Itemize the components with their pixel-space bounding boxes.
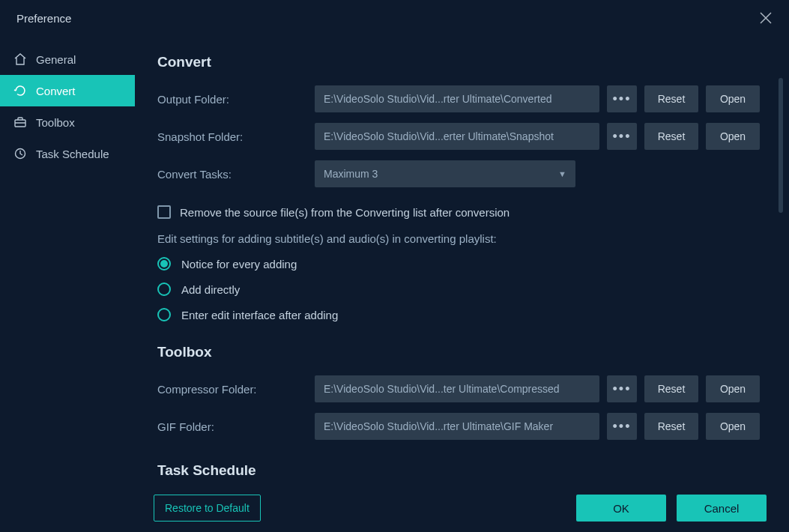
radio-icon: [157, 257, 171, 270]
ok-button[interactable]: OK: [576, 495, 666, 522]
convert-tasks-value: Maximum 3: [324, 168, 378, 180]
browse-compressor-button[interactable]: •••: [607, 375, 637, 402]
preference-window: Preference General Convert: [0, 0, 789, 532]
ellipsis-icon: •••: [613, 91, 632, 107]
home-icon: [13, 52, 27, 66]
remove-source-row[interactable]: Remove the source file(s) from the Conve…: [157, 205, 767, 219]
reset-output-button[interactable]: Reset: [644, 85, 698, 112]
body: General Convert Toolbox Task Schedule: [0, 36, 789, 532]
open-compressor-button[interactable]: Open: [706, 375, 760, 402]
open-output-button[interactable]: Open: [706, 85, 760, 112]
reset-gif-button[interactable]: Reset: [644, 413, 698, 440]
ellipsis-icon: •••: [613, 419, 632, 435]
radio-notice-every[interactable]: Notice for every adding: [157, 257, 767, 270]
titlebar: Preference: [0, 0, 789, 36]
footer: Restore to Default OK Cancel: [154, 495, 767, 522]
sidebar-item-label: Convert: [36, 85, 76, 97]
close-icon[interactable]: [759, 8, 773, 28]
restore-default-button[interactable]: Restore to Default: [154, 495, 261, 522]
section-title-toolbox: Toolbox: [157, 344, 767, 360]
row-compressor-folder: Compressor Folder: ••• Reset Open: [157, 375, 767, 402]
row-convert-tasks: Convert Tasks: Maximum 3 ▼: [157, 160, 767, 187]
scrollbar-track[interactable]: [782, 78, 786, 487]
convert-tasks-select[interactable]: Maximum 3 ▼: [315, 160, 575, 187]
clock-icon: [13, 147, 27, 160]
open-snapshot-button[interactable]: Open: [706, 123, 760, 150]
row-snapshot-folder: Snapshot Folder: ••• Reset Open: [157, 123, 767, 150]
chevron-down-icon: ▼: [558, 169, 566, 178]
sidebar-item-label: General: [36, 53, 76, 66]
remove-source-checkbox[interactable]: [157, 205, 171, 219]
sidebar-item-toolbox[interactable]: Toolbox: [0, 106, 135, 138]
section-title-task-schedule: Task Schedule: [157, 462, 767, 479]
remove-source-label: Remove the source file(s) from the Conve…: [180, 206, 510, 219]
radio-icon: [157, 308, 171, 321]
gif-folder-input[interactable]: [315, 413, 599, 440]
sidebar-item-label: Toolbox: [36, 116, 75, 129]
radio-label: Enter edit interface after adding: [181, 309, 338, 321]
row-gif-folder: GIF Folder: ••• Reset Open: [157, 413, 767, 440]
radio-label: Add directly: [181, 283, 240, 296]
edit-settings-note: Edit settings for adding subtitle(s) and…: [157, 232, 767, 245]
sidebar-item-convert[interactable]: Convert: [0, 75, 135, 106]
radio-add-directly[interactable]: Add directly: [157, 282, 767, 296]
sidebar-item-general[interactable]: General: [0, 43, 135, 75]
browse-gif-button[interactable]: •••: [607, 413, 637, 440]
browse-output-button[interactable]: •••: [607, 85, 637, 112]
convert-tasks-label: Convert Tasks:: [157, 168, 307, 181]
sidebar-item-label: Task Schedule: [36, 148, 109, 160]
scrollbar-thumb[interactable]: [779, 78, 783, 213]
ellipsis-icon: •••: [613, 129, 632, 145]
section-title-convert: Convert: [157, 54, 767, 70]
output-folder-input[interactable]: [315, 85, 599, 112]
cancel-button[interactable]: Cancel: [677, 495, 767, 522]
open-gif-button[interactable]: Open: [706, 413, 760, 440]
ellipsis-icon: •••: [613, 381, 632, 397]
reset-compressor-button[interactable]: Reset: [644, 375, 698, 402]
output-folder-label: Output Folder:: [157, 93, 307, 106]
browse-snapshot-button[interactable]: •••: [607, 123, 637, 150]
radio-label: Notice for every adding: [181, 258, 297, 270]
refresh-icon: [13, 84, 27, 97]
sidebar-item-task-schedule[interactable]: Task Schedule: [0, 138, 135, 169]
compressor-folder-input[interactable]: [315, 375, 599, 402]
sidebar: General Convert Toolbox Task Schedule: [0, 36, 135, 532]
radio-icon: [157, 282, 171, 296]
row-output-folder: Output Folder: ••• Reset Open: [157, 85, 767, 112]
compressor-folder-label: Compressor Folder:: [157, 383, 307, 396]
snapshot-folder-input[interactable]: [315, 123, 599, 150]
radio-enter-edit[interactable]: Enter edit interface after adding: [157, 308, 767, 321]
gif-folder-label: GIF Folder:: [157, 420, 307, 433]
snapshot-folder-label: Snapshot Folder:: [157, 130, 307, 143]
footer-right: OK Cancel: [576, 495, 767, 522]
reset-snapshot-button[interactable]: Reset: [644, 123, 698, 150]
content: Convert Output Folder: ••• Reset Open Sn…: [135, 36, 789, 532]
toolbox-icon: [13, 115, 27, 129]
window-title: Preference: [16, 12, 71, 25]
